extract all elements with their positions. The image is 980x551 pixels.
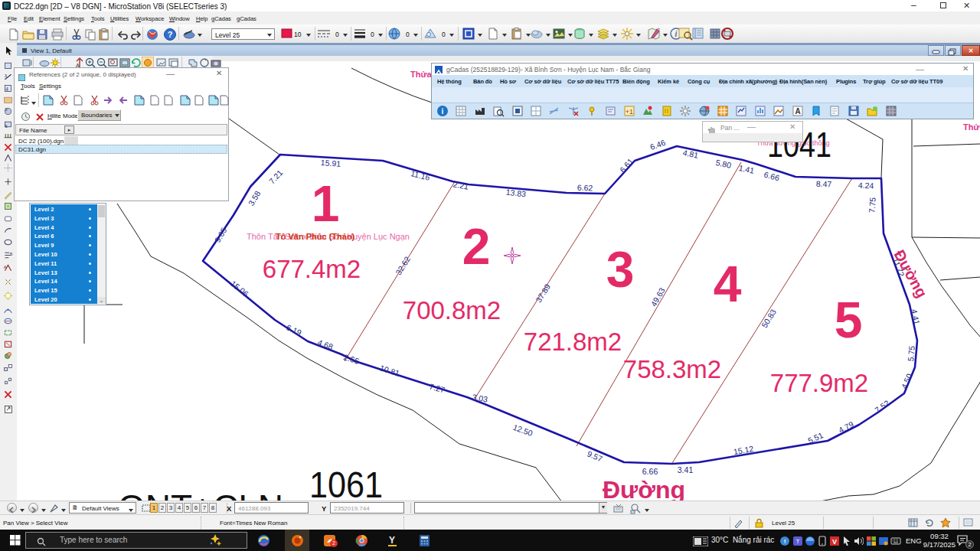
svg-text:i: i <box>675 30 678 38</box>
svg-text:6: 6 <box>5 124 7 129</box>
svg-text:+1: +1 <box>626 108 633 116</box>
svg-text:A: A <box>795 107 800 116</box>
svg-text:B: B <box>10 253 12 256</box>
svg-text:Y: Y <box>389 535 395 546</box>
svg-text:V: V <box>832 538 837 546</box>
svg-text:3: 3 <box>5 73 7 78</box>
svg-text:T: T <box>796 538 800 545</box>
svg-text:A: A <box>4 265 7 269</box>
svg-text:i: i <box>442 107 444 116</box>
svg-text:?: ? <box>168 30 173 39</box>
svg-text:4: 4 <box>5 86 8 92</box>
svg-text:5: 5 <box>5 107 7 112</box>
